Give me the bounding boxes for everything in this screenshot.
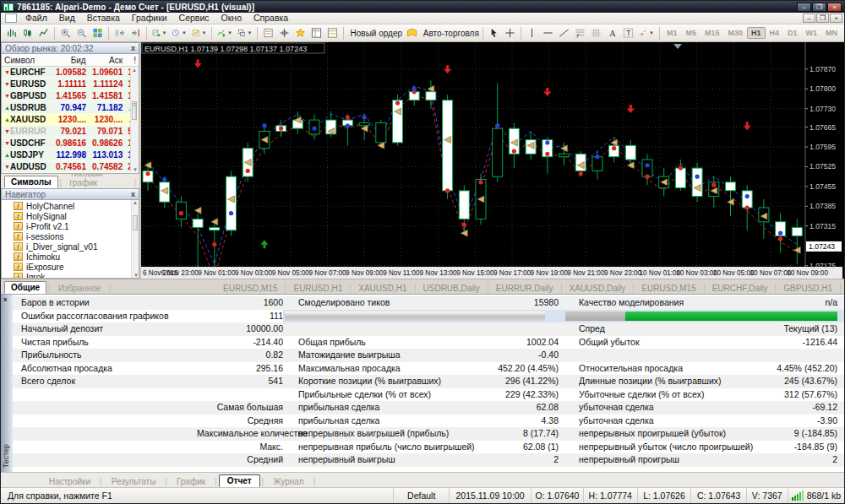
tester-tab-график[interactable]: График — [169, 476, 213, 487]
timeframe-m5-button[interactable]: M5 — [681, 27, 701, 39]
chart-tab-3[interactable]: USDRUB,Daily — [416, 283, 488, 294]
chart-tab-5[interactable]: XAUUSD,Daily — [562, 283, 635, 294]
menu-графики[interactable]: Графики — [126, 13, 173, 23]
crosshair-tool-icon[interactable] — [502, 25, 518, 41]
zoom-out-icon[interactable] — [74, 25, 90, 41]
mdi-close-button[interactable]: × — [830, 14, 842, 23]
autoscroll-icon[interactable] — [112, 25, 128, 41]
market-watch-row-xauusd[interactable]: ▲XAUUSD1230....1230....... — [2, 114, 139, 126]
price-chart[interactable]: 6 Nov 20156 Nov 23:009 Nov 01:009 Nov 03… — [141, 42, 842, 279]
favorites-icon[interactable] — [292, 25, 308, 41]
menu-справка[interactable]: Справка — [248, 13, 294, 23]
status-profile[interactable]: Default — [393, 488, 449, 503]
chart-tab-4[interactable]: EURRUR,Daily — [488, 283, 562, 294]
crosshair-nav-icon[interactable] — [276, 25, 292, 41]
navigator-close-icon[interactable]: x — [131, 191, 135, 198]
tester-tab-отчет[interactable]: Отчет — [219, 474, 260, 487]
menu-вид[interactable]: Вид — [53, 13, 81, 23]
timeframe-mn-button[interactable]: MN — [821, 27, 842, 39]
menu-вставка[interactable]: Вставка — [81, 13, 126, 23]
timeframe-h1-button[interactable]: H1 — [747, 27, 766, 39]
minimize-button[interactable]: – — [797, 3, 811, 12]
hline-icon[interactable] — [540, 25, 556, 41]
chart-tab-6[interactable]: EURUSD,M15 — [634, 283, 704, 294]
chart-window[interactable]: 6 Nov 20156 Nov 23:009 Nov 01:009 Nov 03… — [141, 42, 844, 279]
indicators-icon[interactable]: ▼ — [215, 25, 234, 41]
candlestick-chart-icon[interactable] — [19, 25, 35, 41]
fibonacci-icon[interactable]: f — [572, 25, 588, 41]
column-header-3[interactable]: ! — [125, 54, 139, 66]
maximize-button[interactable]: ❐ — [812, 3, 826, 12]
tester-tab-результаты[interactable]: Результаты — [104, 476, 164, 487]
navigator-item[interactable]: ƒi-Profit v2.1 — [2, 221, 139, 231]
market-watch-panel-icon[interactable] — [308, 25, 324, 41]
text-tool-icon[interactable]: A — [604, 25, 620, 41]
line-chart-icon[interactable] — [35, 25, 52, 41]
new-chart-icon[interactable]: ▼ — [150, 25, 169, 41]
timeframe-h4-button[interactable]: H4 — [766, 27, 784, 39]
chart-tab-2[interactable]: XAUUSD,H1 — [351, 283, 415, 294]
templates-icon[interactable]: ▼ — [189, 25, 209, 41]
colors-icon[interactable] — [260, 25, 276, 41]
trendline-icon[interactable] — [556, 25, 572, 41]
menu-окно[interactable]: Окно — [215, 13, 248, 23]
bar-chart-icon[interactable] — [3, 25, 19, 41]
column-header-1[interactable]: Бид — [52, 54, 88, 66]
navigator-scrollbar[interactable]: ▲▼ — [131, 200, 139, 278]
market-watch-row-usdjpy[interactable]: ▲USDJPY112.998113.01315 — [2, 149, 139, 161]
tile-windows-icon[interactable] — [90, 25, 106, 41]
navigator-item[interactable]: ƒIgrok — [2, 272, 139, 279]
chart-tab-9[interactable]: GBPUSD,H1 — [841, 283, 844, 294]
chart-tab-7[interactable]: EURCHF,Daily — [705, 283, 777, 294]
autotrading-button[interactable]: Авто-торговля — [420, 25, 480, 41]
navigator-tab-0[interactable]: Общие — [4, 281, 46, 294]
arrows-tool-icon[interactable]: ▼ — [636, 25, 656, 41]
windows-cascade-icon[interactable]: ▼ — [235, 25, 254, 41]
market-watch-tab-0[interactable]: Символы — [4, 176, 58, 188]
timeframe-d1-button[interactable]: D1 — [783, 27, 802, 39]
menu-сервис[interactable]: Сервис — [173, 13, 215, 23]
new-order-button[interactable]: Новый ордер — [346, 25, 404, 41]
market-watch-row-gbpusd[interactable]: ▼GBPUSD1.415651.4158116 — [2, 90, 139, 102]
label-tool-icon[interactable]: T — [620, 25, 636, 41]
chart-tab-8[interactable]: GBPUSD,H1 — [776, 283, 841, 294]
tester-close-icon[interactable]: x — [3, 295, 7, 303]
market-watch-close-icon[interactable]: x — [131, 45, 135, 52]
chart-tab-0[interactable]: EURUSD,M15 — [215, 283, 286, 294]
data-window-icon[interactable] — [324, 25, 341, 41]
navigator-item[interactable]: ƒiExposure — [2, 262, 139, 272]
market-watch-row-usdrub[interactable]: ▲USDRUB70.94771.182... — [2, 102, 139, 114]
chart-shift-icon[interactable] — [128, 25, 144, 41]
timeframe-m30-button[interactable]: M30 — [723, 27, 747, 39]
navigator-item[interactable]: ƒHolyChannel — [2, 201, 139, 211]
timeframe-m15-button[interactable]: M15 — [701, 27, 724, 39]
mdi-restore-button[interactable]: ❐ — [816, 14, 829, 23]
tester-tab-настройки[interactable]: Настройки — [41, 476, 98, 487]
navigator-item[interactable]: ƒHolySignal — [2, 211, 139, 221]
terminal-icon[interactable] — [404, 25, 420, 41]
zoom-in-icon[interactable] — [57, 25, 74, 41]
navigator-item[interactable]: ƒi-sessions — [2, 231, 139, 241]
market-watch-row-audusd[interactable]: ▼AUDUSD0.745610.7458221 — [2, 161, 139, 173]
cursor-icon[interactable] — [486, 25, 502, 41]
market-watch-row-eurchf[interactable]: ▼EURCHF1.095821.0960119 — [2, 67, 139, 79]
vline-icon[interactable] — [524, 25, 540, 41]
column-header-2[interactable]: Аск — [89, 54, 125, 66]
navigator-item[interactable]: ƒIchimoku — [2, 252, 139, 262]
navigator-tab-1[interactable]: Избранное — [52, 283, 107, 294]
mdi-minimize-button[interactable]: – — [803, 14, 815, 23]
market-watch-row-usdchf[interactable]: ▼USDCHF0.986160.9862610 — [2, 138, 139, 149]
chart-tab-1[interactable]: EURUSD,H1 — [286, 283, 351, 294]
grid-tool-icon[interactable] — [588, 25, 604, 41]
market-watch-row-eurrur[interactable]: ▼EURRUR79.02179.07150 — [2, 126, 139, 138]
market-watch-scrollbar[interactable]: ▲≡▼ — [130, 68, 138, 172]
tester-tab-журнал[interactable]: Журнал — [265, 476, 312, 487]
periods-icon[interactable]: ▼ — [169, 25, 188, 41]
timeframe-w1-button[interactable]: W1 — [802, 27, 822, 39]
menu-файл[interactable]: Файл — [19, 13, 53, 23]
timeframe-m1-button[interactable]: M1 — [662, 27, 682, 39]
navigator-item[interactable]: ƒi_Diver_signal_v01 — [2, 241, 139, 252]
market-watch-row-eurusd[interactable]: ▼EURUSD1.111111.1112413 — [2, 79, 139, 90]
column-header-0[interactable]: Символ — [2, 54, 52, 66]
close-button[interactable]: × — [827, 3, 842, 12]
